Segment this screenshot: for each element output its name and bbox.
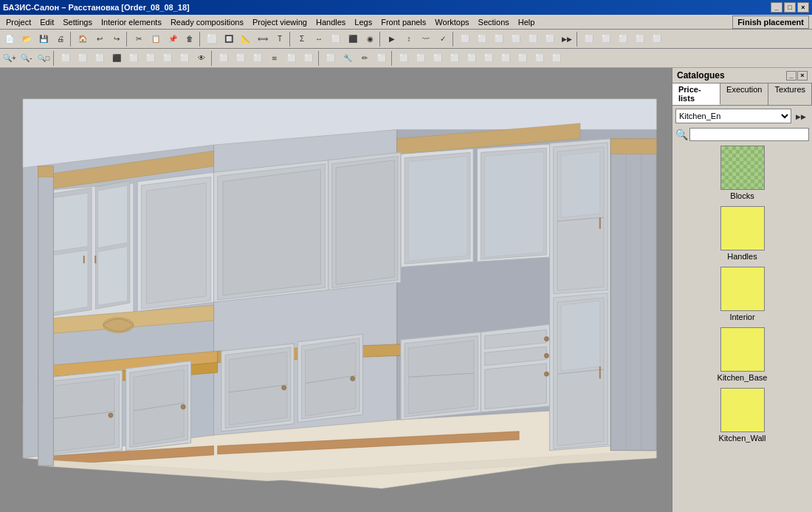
- menu-settings[interactable]: Settings: [58, 16, 97, 28]
- tb2-d6[interactable]: ⬜: [142, 50, 159, 66]
- tb-measure[interactable]: 📐: [238, 31, 254, 47]
- tb2-g5[interactable]: ⬜: [464, 50, 480, 66]
- menu-worktops[interactable]: Worktops: [430, 16, 473, 28]
- close-button[interactable]: ×: [797, 2, 809, 13]
- tb2-zoom-fit[interactable]: 🔍□: [35, 50, 52, 66]
- tb2-e2[interactable]: ⬜: [233, 50, 249, 66]
- viewport-3d[interactable]: [0, 68, 672, 512]
- tb2-g1[interactable]: ⬜: [396, 50, 412, 66]
- tb2-d9[interactable]: 👁: [193, 50, 210, 66]
- tb2-g8[interactable]: ⬜: [515, 50, 531, 66]
- tb-b6[interactable]: 〰: [418, 31, 434, 47]
- menu-front-panels[interactable]: Front panels: [376, 16, 430, 28]
- tb-b12[interactable]: ⬜: [525, 31, 541, 47]
- tb-new[interactable]: 📄: [1, 31, 18, 47]
- tb-home[interactable]: 🏠: [75, 31, 91, 47]
- tb-b4[interactable]: ▶: [384, 31, 400, 47]
- tb2-g7[interactable]: ⬜: [498, 50, 514, 66]
- menu-sections[interactable]: Sections: [474, 16, 514, 28]
- tb2-g2[interactable]: ⬜: [413, 50, 429, 66]
- search-input[interactable]: [689, 128, 809, 141]
- blocks-thumbnail[interactable]: [720, 146, 765, 190]
- menu-project-viewing[interactable]: Project viewing: [248, 16, 312, 28]
- tab-textures[interactable]: Textures: [768, 83, 812, 105]
- menu-interior-elements[interactable]: Interior elements: [97, 16, 166, 28]
- tb2-f3[interactable]: ✏: [357, 50, 373, 66]
- tb2-d2[interactable]: ⬜: [75, 50, 91, 66]
- tb-b5[interactable]: ↕: [401, 31, 417, 47]
- tb2-zoom-out[interactable]: 🔍-: [18, 50, 35, 66]
- handles-thumbnail[interactable]: [720, 206, 765, 250]
- tb-open[interactable]: 📂: [18, 31, 35, 47]
- catalogue-dropdown: Kitchen_En Kitchen_Ru ▶▶: [675, 109, 809, 125]
- tb2-g10[interactable]: ⬜: [548, 50, 565, 66]
- tb-b9[interactable]: ⬜: [474, 31, 490, 47]
- tb-arrow[interactable]: ↔: [311, 31, 327, 47]
- tb2-f4[interactable]: ⬜: [374, 50, 390, 66]
- tb-b3[interactable]: ◉: [362, 31, 378, 47]
- tb2-f1[interactable]: ⬜: [323, 50, 339, 66]
- tb-b14[interactable]: ▶▶: [559, 31, 575, 47]
- tb2-g4[interactable]: ⬜: [447, 50, 463, 66]
- tb-cut[interactable]: ✂: [131, 31, 147, 47]
- tb-c3[interactable]: ⬜: [615, 31, 631, 47]
- tb2-g9[interactable]: ⬜: [531, 50, 548, 66]
- tb2-g3[interactable]: ⬜: [430, 50, 446, 66]
- tb-sigma[interactable]: Σ: [294, 31, 310, 47]
- tb2-f2[interactable]: 🔧: [340, 50, 356, 66]
- tb2-e1[interactable]: ⬜: [216, 50, 232, 66]
- tb-b10[interactable]: ⬜: [491, 31, 507, 47]
- tb-c4[interactable]: ⬜: [632, 31, 648, 47]
- menu-help[interactable]: Help: [514, 16, 540, 28]
- tb-copy[interactable]: 📋: [148, 31, 164, 47]
- tb-save[interactable]: 💾: [35, 31, 52, 47]
- tb-b2[interactable]: ⬛: [345, 31, 361, 47]
- tab-execution[interactable]: Execution: [720, 83, 768, 105]
- tb-c5[interactable]: ⬜: [649, 31, 665, 47]
- menu-project[interactable]: Project: [1, 16, 35, 28]
- catalogue-select[interactable]: Kitchen_En Kitchen_Ru: [675, 109, 791, 123]
- menu-handles[interactable]: Handles: [312, 16, 350, 28]
- tb-b7[interactable]: ✓: [435, 31, 451, 47]
- maximize-button[interactable]: □: [784, 2, 796, 13]
- tb2-d1[interactable]: ⬜: [58, 50, 74, 66]
- tb2-d4[interactable]: ⬛: [109, 50, 125, 66]
- tb-b8[interactable]: ⬜: [457, 31, 473, 47]
- panel-minimize-btn[interactable]: _: [786, 71, 796, 81]
- menu-edit[interactable]: Edit: [35, 16, 58, 28]
- tb-dim[interactable]: ⟺: [255, 31, 271, 47]
- tb2-d3[interactable]: ⬜: [92, 50, 108, 66]
- kitchen-base-thumbnail[interactable]: [720, 327, 765, 372]
- tb2-e6[interactable]: ⬜: [300, 50, 317, 66]
- finish-placement-button[interactable]: Finish placement: [732, 16, 809, 29]
- tb2-e4[interactable]: ≋: [266, 50, 283, 66]
- catalogue-expand-btn[interactable]: ▶▶: [793, 109, 809, 125]
- tb-b1[interactable]: ⬜: [328, 31, 344, 47]
- tb2-d5[interactable]: ⬜: [125, 50, 142, 66]
- tb2-d8[interactable]: ⬜: [176, 50, 193, 66]
- menu-ready-compositions[interactable]: Ready compositions: [166, 16, 248, 28]
- tb2-e3[interactable]: ⬜: [250, 50, 266, 66]
- tb2-d7[interactable]: ⬜: [159, 50, 176, 66]
- tab-price-lists[interactable]: Price-lists: [672, 83, 720, 105]
- tb-text[interactable]: T: [272, 31, 288, 47]
- tb-delete[interactable]: 🗑: [182, 31, 198, 47]
- tb-c1[interactable]: ⬜: [581, 31, 597, 47]
- tb-b11[interactable]: ⬜: [508, 31, 524, 47]
- tb2-g6[interactable]: ⬜: [481, 50, 497, 66]
- tb-c2[interactable]: ⬜: [598, 31, 614, 47]
- interior-thumbnail[interactable]: [720, 267, 765, 311]
- minimize-button[interactable]: _: [771, 2, 782, 13]
- tb-paste[interactable]: 📌: [165, 31, 181, 47]
- tb2-zoom-in[interactable]: 🔍+: [1, 50, 18, 66]
- tb-b13[interactable]: ⬜: [542, 31, 558, 47]
- kitchen-wall-thumbnail[interactable]: [720, 388, 765, 432]
- tb-select[interactable]: ⬜: [204, 31, 220, 47]
- tb-undo[interactable]: ↩: [92, 31, 108, 47]
- tb-rect[interactable]: 🔲: [221, 31, 237, 47]
- tb-redo[interactable]: ↪: [109, 31, 125, 47]
- menu-legs[interactable]: Legs: [350, 16, 376, 28]
- tb2-e5[interactable]: ⬜: [283, 50, 300, 66]
- panel-close-btn[interactable]: ×: [797, 71, 808, 81]
- tb-print[interactable]: 🖨: [52, 31, 69, 47]
